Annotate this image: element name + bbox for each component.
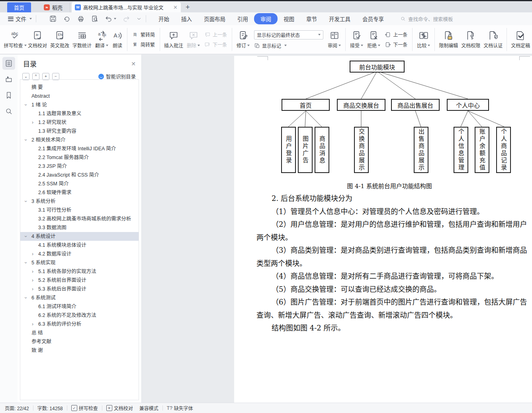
command-search[interactable]: 查找命令、搜索模板 — [400, 15, 453, 23]
redo-button[interactable] — [122, 15, 130, 23]
toolbar-more-button[interactable] — [136, 16, 142, 22]
restrict-edit-button[interactable]: 限制编辑 — [437, 30, 460, 49]
toc-item[interactable]: 3 系统分析 — [20, 197, 139, 206]
tab-docer[interactable]: ❧ 稻壳 — [37, 2, 70, 12]
tab-home[interactable]: 首页 — [7, 2, 31, 12]
collapse-level-button[interactable]: − — [52, 73, 59, 80]
export-button[interactable] — [63, 15, 71, 23]
toc-item[interactable]: 2.2 Tomcat 服务器简介 — [20, 153, 139, 162]
word-count-button[interactable]: 字数统计 — [71, 30, 93, 49]
toc-item[interactable]: Abstract — [20, 92, 139, 100]
toc-expand-arrow[interactable] — [32, 285, 38, 293]
collapse-all-button[interactable]: ^ — [32, 73, 39, 80]
toc-item[interactable]: 2.5 SSM 简介 — [20, 179, 139, 188]
translate-button[interactable]: a中 翻译 — [93, 30, 110, 49]
delete-comment-button[interactable]: 删除 — [185, 30, 202, 49]
find-panel-button[interactable] — [2, 105, 15, 118]
expand-all-button[interactable]: ⌄ — [22, 73, 29, 80]
toc-item[interactable]: 4.2 数据库设计 — [20, 250, 139, 258]
toc-expand-arrow[interactable] — [25, 258, 31, 267]
document-page[interactable]: 前台功能模块 首页 商品交换展台 商品出售展台 个人中心 用户登录 图片广告 商… — [234, 56, 532, 403]
tab-dev-tools[interactable]: 开发工具 — [323, 13, 356, 24]
document-area[interactable]: 前台功能模块 首页 商品交换展台 商品出售展台 个人中心 用户登录 图片广告 商… — [142, 55, 532, 403]
trad-to-simp-button[interactable]: 简 繁转简 — [132, 31, 155, 38]
doc-auth-button[interactable]: 文档认证 — [482, 30, 504, 49]
show-markup-button[interactable]: 显示标记 — [254, 42, 323, 49]
toc-expand-arrow[interactable] — [25, 197, 31, 206]
toc-item[interactable]: 5 系统实现 — [20, 258, 139, 267]
toc-expand-arrow[interactable] — [25, 136, 31, 144]
spell-check-button[interactable]: abc 拼写检查 — [4, 30, 26, 49]
toc-expand-arrow[interactable] — [32, 276, 38, 285]
doc-proof-button[interactable]: a- 文档校对 — [26, 30, 49, 49]
toc-item[interactable]: 参考文献 — [20, 337, 139, 346]
new-tab-button[interactable]: + — [186, 4, 190, 12]
accept-change-button[interactable]: 接受 — [348, 30, 365, 49]
toc-item[interactable]: 4.1 系统模块总体设计 — [20, 241, 139, 250]
bookmark-panel-button[interactable] — [2, 89, 15, 102]
toc-item[interactable]: 3.1 可行性分析 — [20, 206, 139, 214]
insert-comment-button[interactable]: 插入批注 — [162, 30, 185, 49]
tab-page-layout[interactable]: 页面布局 — [198, 13, 231, 24]
toc-expand-arrow[interactable] — [25, 293, 31, 302]
toc-item[interactable]: 2.6 软硬件需求 — [20, 188, 139, 197]
doc-permission-button[interactable]: 文档权限 — [460, 30, 482, 49]
close-icon[interactable]: ✕ — [131, 61, 136, 67]
prev-change-button[interactable]: 上一条 — [385, 31, 407, 38]
undo-button[interactable] — [105, 15, 116, 23]
file-menu-button[interactable]: 文件 — [8, 15, 32, 23]
save-button[interactable] — [49, 15, 57, 23]
toc-expand-arrow[interactable] — [32, 320, 38, 328]
toc-item[interactable]: 1 绪 论 — [20, 100, 139, 109]
toc-expand-arrow[interactable] — [32, 267, 38, 276]
tab-review[interactable]: 审阅 — [254, 13, 278, 24]
tab-start[interactable]: 开始 — [153, 13, 175, 24]
print-preview-button[interactable] — [91, 15, 99, 23]
spell-check-toggle[interactable]: ✓拼写检查 — [71, 405, 98, 411]
toc-item[interactable]: 6.3 系统的评价分析 — [20, 320, 139, 328]
english-correct-button[interactable]: EN 英文批改 — [49, 30, 71, 49]
prev-comment-button[interactable]: 上一条 — [204, 31, 227, 38]
annotation-panel-button[interactable] — [2, 73, 15, 86]
word-count-indicator[interactable]: 字数: 14258 — [37, 405, 63, 411]
tab-insert[interactable]: 插入 — [175, 13, 198, 24]
toc-item[interactable]: 4 系统设计 — [20, 232, 139, 241]
toc-item[interactable]: 2 相关技术简介 — [20, 136, 139, 144]
tab-reference[interactable]: 引用 — [231, 13, 254, 24]
toc-item[interactable]: 5.3 系统后台界面设计 — [20, 285, 139, 293]
toc-item[interactable]: 6.1 测试环境简介 — [20, 302, 139, 311]
outline-panel-button[interactable] — [2, 57, 15, 70]
missing-font-indicator[interactable]: T? 缺失字体 — [167, 405, 193, 411]
toc-item[interactable]: 1.3 研究主要内容 — [20, 127, 139, 136]
tab-section[interactable]: 章节 — [300, 13, 323, 24]
doc-final-button[interactable]: 文档定稿 — [509, 30, 532, 49]
toc-item[interactable]: 5.1 系统各部分的实现方法 — [20, 267, 139, 276]
tab-member[interactable]: 会员专享 — [356, 13, 390, 24]
toc-item[interactable]: 总 结 — [20, 328, 139, 337]
simp-to-trad-button[interactable]: 繁 简转繁 — [132, 41, 155, 48]
toc-item[interactable]: 5.2 系统前台界面设计 — [20, 276, 139, 285]
track-changes-button[interactable]: 修订 — [235, 30, 252, 49]
toc-item[interactable]: 2.3 JSP 简介 — [20, 162, 139, 171]
toc-item[interactable]: 1.1 选题背景及意义 — [20, 109, 139, 118]
next-comment-button[interactable]: 下一条 — [204, 41, 227, 48]
compare-button[interactable]: 比较 — [415, 30, 432, 49]
toc-item[interactable]: 3.3 数据流图 — [20, 223, 139, 232]
doc-proof-toggle[interactable]: ✕文档校对 — [106, 405, 133, 411]
markup-state-dropdown[interactable]: 显示标记的最终状态 — [254, 30, 323, 39]
toc-item[interactable]: 3.2 高校网上跳蚤市场商城系统的需求分析 — [20, 214, 139, 223]
compat-mode-indicator[interactable]: 兼容模式 — [139, 405, 158, 411]
page-indicator[interactable]: 页面: 22/42 — [5, 405, 29, 411]
expand-level-button[interactable]: + — [42, 73, 49, 80]
reject-change-button[interactable]: 拒绝 — [365, 30, 382, 49]
next-change-button[interactable]: 下一条 — [385, 41, 407, 48]
toc-item[interactable]: 2.1 集成开发环境 IntelliJ IDEA 简介 — [20, 144, 139, 153]
tab-view[interactable]: 视图 — [278, 13, 300, 24]
tab-document[interactable]: W 高校网上跳蚤市场...与实现 毕业论文 ✕ — [72, 2, 181, 12]
toc-item[interactable]: 2.4 JavaScript 和 CSS 简介 — [20, 171, 139, 179]
toc-expand-arrow[interactable] — [25, 232, 31, 241]
toc-item[interactable]: 摘 要 — [20, 83, 139, 92]
read-aloud-button[interactable]: A 朗读 — [110, 30, 125, 49]
toc-item[interactable]: 致 谢 — [20, 346, 139, 355]
toc-item[interactable]: 6.2 系统的不足及修改方法 — [20, 311, 139, 320]
